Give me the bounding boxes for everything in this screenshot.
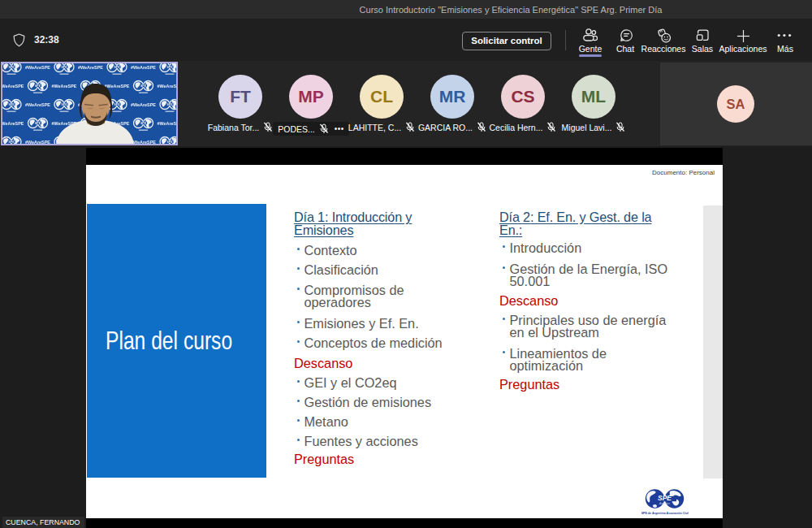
svg-text:SPE: SPE [167,141,174,144]
svg-text:#WeAreSPE: #WeAreSPE [2,84,24,89]
svg-text:#WeAreSPE: #WeAreSPE [52,84,77,89]
svg-text:#WeAreSPE: #WeAreSPE [158,84,177,89]
svg-text:#WeAreSPE: #WeAreSPE [25,140,50,145]
svg-text:SPE: SPE [62,66,68,69]
svg-text:SPE: SPE [9,66,15,69]
svg-text:SPE: SPE [140,122,147,125]
svg-text:SPE: SPE [9,103,15,106]
svg-text:SPE: SPE [9,141,15,144]
svg-text:SPE: SPE [167,103,174,106]
svg-text:SPE: SPE [167,66,174,69]
svg-text:#WeAreSPE: #WeAreSPE [25,102,50,107]
svg-text:Argentina: Argentina [659,502,670,505]
svg-text:SPE de Argentina Asociación Ci: SPE de Argentina Asociación Civil [641,512,689,515]
svg-text:SPE: SPE [140,84,147,88]
svg-text:SPE: SPE [114,66,121,69]
svg-text:SPE: SPE [62,103,68,106]
svg-text:#WeAreSPE: #WeAreSPE [131,102,156,107]
svg-text:SPE: SPE [114,103,121,106]
svg-text:SPE: SPE [35,122,41,125]
svg-text:SPE: SPE [35,84,41,88]
svg-text:#WeAreSPE: #WeAreSPE [2,121,24,126]
svg-text:#WeAreSPE: #WeAreSPE [105,84,130,89]
svg-text:#WeAreSPE: #WeAreSPE [78,65,103,70]
svg-text:#WeAreSPE: #WeAreSPE [25,65,50,70]
svg-text:#WeAreSPE: #WeAreSPE [131,140,156,145]
svg-text:#WeAreSPE: #WeAreSPE [158,121,177,126]
svg-text:#WeAreSPE: #WeAreSPE [131,65,156,70]
